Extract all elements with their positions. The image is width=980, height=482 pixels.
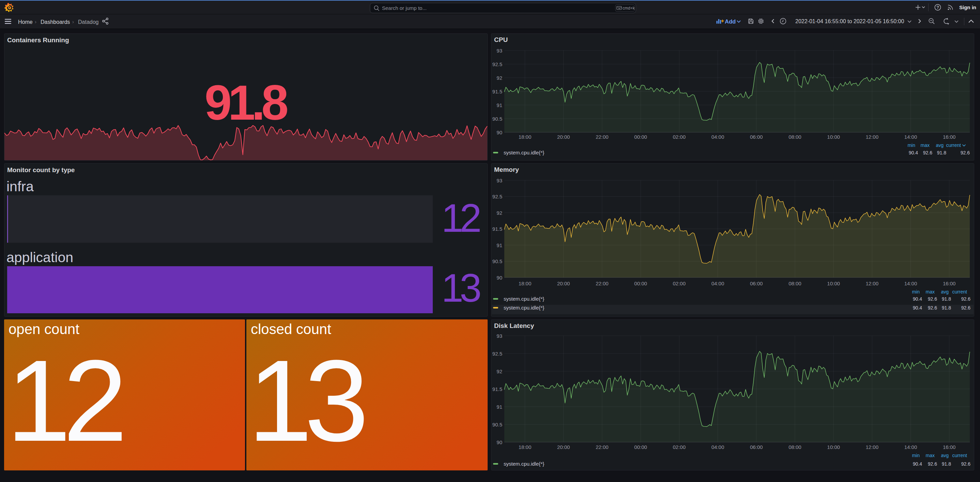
svg-text:system.cpu.idle{*}: system.cpu.idle{*}	[504, 305, 544, 310]
svg-text:90: 90	[496, 275, 502, 280]
svg-text:91: 91	[496, 404, 502, 410]
svg-text:04:00: 04:00	[711, 280, 724, 286]
svg-text:?: ?	[936, 5, 939, 10]
svg-text:91.8: 91.8	[942, 305, 951, 310]
svg-text:›: ›	[72, 19, 74, 25]
svg-text:14:00: 14:00	[904, 280, 917, 286]
svg-text:22:00: 22:00	[596, 134, 609, 140]
svg-text:avg: avg	[941, 289, 949, 294]
svg-text:91.8: 91.8	[204, 75, 289, 130]
svg-text:92.5: 92.5	[492, 194, 502, 199]
svg-text:Add: Add	[725, 18, 736, 25]
svg-text:02:00: 02:00	[673, 280, 686, 286]
svg-text:Search or jump to...: Search or jump to...	[382, 5, 426, 11]
svg-text:infra: infra	[6, 179, 34, 194]
svg-text:91.5: 91.5	[492, 386, 502, 392]
svg-text:92.6: 92.6	[928, 305, 937, 310]
svg-text:02:00: 02:00	[673, 134, 686, 140]
svg-text:application: application	[6, 250, 73, 265]
svg-text:12: 12	[6, 336, 127, 465]
svg-text:90.5: 90.5	[492, 258, 502, 264]
svg-text:10:00: 10:00	[827, 280, 840, 286]
svg-text:90.4: 90.4	[913, 461, 922, 467]
svg-text:92.6: 92.6	[928, 296, 937, 302]
svg-text:91: 91	[496, 242, 502, 248]
svg-text:04:00: 04:00	[711, 444, 724, 450]
svg-text:2022-01-04 16:55:00 to 2022-01: 2022-01-04 16:55:00 to 2022-01-05 16:50:…	[795, 18, 904, 24]
svg-text:93: 93	[496, 333, 502, 339]
svg-text:16:00: 16:00	[943, 134, 956, 140]
svg-text:20:00: 20:00	[557, 280, 570, 286]
svg-text:91.5: 91.5	[492, 89, 502, 94]
svg-text:04:00: 04:00	[711, 134, 724, 140]
svg-text:Datadog: Datadog	[78, 19, 99, 25]
svg-text:current: current	[952, 453, 967, 458]
svg-text:92.5: 92.5	[492, 61, 502, 67]
svg-text:92: 92	[496, 75, 502, 81]
svg-text:20:00: 20:00	[557, 134, 570, 140]
svg-text:92: 92	[496, 369, 502, 374]
svg-text:system.cpu.idle{*}: system.cpu.idle{*}	[504, 150, 544, 156]
svg-text:closed count: closed count	[251, 321, 331, 337]
svg-text:92.6: 92.6	[961, 305, 970, 310]
svg-text:12:00: 12:00	[866, 444, 879, 450]
svg-text:Memory: Memory	[494, 166, 519, 173]
svg-text:max: max	[921, 143, 929, 148]
svg-text:92.6: 92.6	[961, 461, 970, 467]
svg-text:93: 93	[496, 178, 502, 183]
svg-text:14:00: 14:00	[904, 444, 917, 450]
svg-text:00:00: 00:00	[634, 134, 647, 140]
svg-text:max: max	[926, 453, 935, 458]
svg-text:06:00: 06:00	[750, 134, 763, 140]
svg-text:92.6: 92.6	[961, 150, 970, 156]
svg-text:max: max	[926, 289, 935, 294]
svg-text:avg: avg	[936, 143, 943, 148]
svg-text:current: current	[952, 289, 967, 294]
svg-text:92: 92	[496, 210, 502, 216]
svg-text:Containers Running: Containers Running	[7, 37, 69, 44]
svg-text:12:00: 12:00	[866, 134, 879, 140]
svg-text:02:00: 02:00	[673, 444, 686, 450]
svg-text:91.8: 91.8	[942, 296, 951, 302]
svg-text:system.cpu.idle{*}: system.cpu.idle{*}	[504, 296, 544, 302]
svg-text:18:00: 18:00	[519, 444, 531, 450]
svg-text:min: min	[907, 143, 915, 148]
svg-text:91.8: 91.8	[937, 150, 946, 156]
svg-text:Monitor count by type: Monitor count by type	[7, 166, 75, 173]
svg-text:16:00: 16:00	[943, 280, 956, 286]
svg-text:22:00: 22:00	[596, 444, 609, 450]
svg-text:10:00: 10:00	[827, 444, 840, 450]
svg-text:90: 90	[496, 439, 502, 445]
svg-text:91: 91	[496, 102, 502, 108]
svg-text:08:00: 08:00	[789, 280, 802, 286]
svg-text:22:00: 22:00	[596, 280, 609, 286]
svg-text:06:00: 06:00	[750, 280, 763, 286]
svg-text:cmd+k: cmd+k	[622, 6, 635, 11]
svg-text:12:00: 12:00	[866, 280, 879, 286]
svg-text:20:00: 20:00	[557, 444, 570, 450]
svg-text:10:00: 10:00	[827, 134, 840, 140]
svg-text:CPU: CPU	[494, 36, 508, 43]
svg-text:91.5: 91.5	[492, 226, 502, 232]
svg-text:90: 90	[496, 129, 502, 135]
svg-text:90.5: 90.5	[492, 422, 502, 428]
svg-text:90.4: 90.4	[913, 296, 922, 302]
svg-text:Sign in: Sign in	[959, 5, 976, 10]
svg-text:91.8: 91.8	[942, 461, 951, 467]
svg-text:Home: Home	[18, 19, 33, 25]
svg-text:min: min	[912, 289, 920, 294]
svg-text:current: current	[946, 143, 961, 148]
svg-text:00:00: 00:00	[634, 444, 647, 450]
svg-text:14:00: 14:00	[904, 134, 917, 140]
svg-text:18:00: 18:00	[519, 134, 531, 140]
svg-text:Dashboards: Dashboards	[41, 19, 70, 25]
svg-text:Disk Latency: Disk Latency	[494, 322, 534, 329]
svg-text:06:00: 06:00	[750, 444, 763, 450]
svg-text:92.6: 92.6	[961, 296, 970, 302]
svg-text:system.cpu.idle{*}: system.cpu.idle{*}	[504, 461, 544, 467]
svg-text:90.5: 90.5	[492, 116, 502, 122]
svg-text:08:00: 08:00	[789, 134, 802, 140]
svg-text:08:00: 08:00	[789, 444, 802, 450]
svg-text:92.5: 92.5	[492, 351, 502, 356]
svg-text:open count: open count	[8, 321, 80, 337]
